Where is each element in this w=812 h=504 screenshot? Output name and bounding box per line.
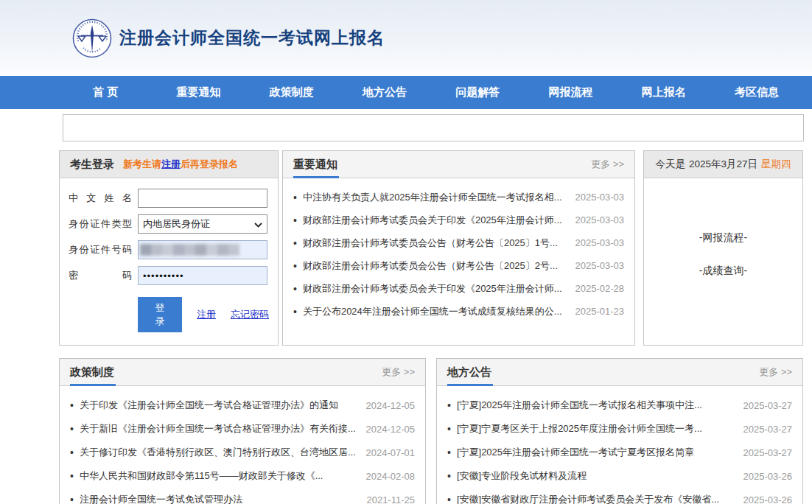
login-form: 中 文 姓 名 身份证件类型 内地居民身份证 身份证件号码 <box>60 178 278 332</box>
announcement-banner-box <box>63 114 804 141</box>
local-date: 2025-03-27 <box>743 400 793 411</box>
bullet-icon: • <box>293 192 297 203</box>
chevron-down-icon <box>254 219 262 230</box>
notice-date: 2025-01-23 <box>575 306 625 317</box>
notices-panel-header: 重要通知 更多 >> <box>283 151 634 178</box>
local-link[interactable]: [安徽]专业阶段免试材料及流程 <box>457 469 736 483</box>
list-item: •中华人民共和国财政部令第115号——财政部关于修改《...2024-02-08 <box>70 464 415 488</box>
list-item: •关于修订印发《香港特别行政区、澳门特别行政区、台湾地区居...2024-07-… <box>70 441 415 464</box>
local-panel-header: 地方公告 更多 >> <box>437 359 802 386</box>
local-date: 2025-03-26 <box>743 494 793 504</box>
login-button[interactable]: 登录 <box>138 297 182 332</box>
local-link[interactable]: [安徽]安徽省财政厅注册会计师考试委员会关于发布《安徽省... <box>457 493 736 504</box>
bullet-icon: • <box>293 237 297 249</box>
password-field[interactable]: •••••••••• <box>138 266 267 285</box>
notice-date: 2025-02-28 <box>575 283 625 294</box>
content: 考生登录 新考生请注册后再登录报名 中 文 姓 名 身份证件类型 内地居民身份证 <box>59 114 803 504</box>
notice-link[interactable]: 中注协有关负责人就2025年注册会计师全国统一考试报名相... <box>303 191 568 204</box>
list-item: •财政部注册会计师考试委员会关于印发《2025年注册会计师...2025-03-… <box>293 209 624 231</box>
important-notices-panel: 重要通知 更多 >> •中注协有关负责人就2025年注册会计师全国统一考试报名相… <box>282 150 635 346</box>
notice-link[interactable]: 财政部注册会计师考试委员会关于印发《2025年注册会计师... <box>303 214 568 227</box>
bullet-icon: • <box>70 447 74 458</box>
id-type-label: 身份证件类型 <box>69 217 132 231</box>
policy-more-link[interactable]: 更多 >> <box>382 365 415 379</box>
policy-link[interactable]: 中华人民共和国财政部令第115号——财政部关于修改《... <box>80 469 359 483</box>
quick-links: -网报流程- -成绩查询- <box>644 178 802 278</box>
policy-date: 2024-12-05 <box>366 424 416 435</box>
bullet-icon: • <box>70 470 74 482</box>
bullet-icon: • <box>293 283 297 295</box>
policy-panel: 政策制度 更多 >> •关于印发《注册会计师全国统一考试合格证管理办法》的通知2… <box>59 358 426 504</box>
list-item: •[宁夏]2025年注册会计师全国统一考试宁夏考区报名简章2025-03-27 <box>447 441 792 464</box>
nav-inner: 首 页 重要通知 政策制度 地方公告 问题解答 网报流程 网上报名 考区信息 <box>59 76 803 109</box>
login-panel-header: 考生登录 新考生请注册后再登录报名 <box>60 151 278 178</box>
new-candidate-note: 新考生请注册后再登录报名 <box>123 158 238 171</box>
local-date: 2025-03-27 <box>743 424 793 435</box>
policy-link[interactable]: 关于新旧《注册会计师全国统一考试合格证管理办法》有关衔接... <box>80 422 359 435</box>
register-link[interactable]: 注册 <box>197 308 216 321</box>
policy-date: 2021-11-25 <box>366 494 415 504</box>
policy-panel-header: 政策制度 更多 >> <box>60 359 425 386</box>
site-title: 注册会计师全国统一考试网上报名 <box>119 27 385 49</box>
nav-item-online-registration[interactable]: 网上报名 <box>617 76 710 109</box>
register-inline-link[interactable]: 注册 <box>161 158 181 169</box>
bullet-icon: • <box>293 260 297 272</box>
nav-item-registration-process[interactable]: 网报流程 <box>524 76 617 109</box>
nav-item-exam-area-info[interactable]: 考区信息 <box>710 76 803 109</box>
nav-item-local-announcements[interactable]: 地方公告 <box>338 76 431 109</box>
policy-link[interactable]: 关于修订印发《香港特别行政区、澳门特别行政区、台湾地区居... <box>80 446 359 459</box>
list-item: •财政部注册会计师考试委员会公告（财考公告〔2025〕1号...2025-03-… <box>293 231 624 254</box>
id-number-field[interactable] <box>138 240 267 259</box>
id-type-select[interactable]: 内地居民身份证 <box>138 214 267 234</box>
name-input[interactable] <box>138 189 267 208</box>
nav-item-policies[interactable]: 政策制度 <box>245 76 338 109</box>
nav-item-important-notices[interactable]: 重要通知 <box>152 76 245 109</box>
list-item: •[宁夏]2025年注册会计师全国统一考试报名相关事项中注...2025-03-… <box>447 393 792 417</box>
policy-title: 政策制度 <box>70 365 114 379</box>
bullet-icon: • <box>447 447 451 458</box>
notice-date: 2025-03-03 <box>575 214 625 225</box>
notice-link[interactable]: 关于公布2024年注册会计师全国统一考试成绩复核结果的公... <box>303 305 568 318</box>
notices-more-link[interactable]: 更多 >> <box>591 158 624 171</box>
notice-date: 2025-03-03 <box>575 192 625 203</box>
registration-process-link[interactable]: -网报流程- <box>644 231 802 245</box>
score-inquiry-link[interactable]: -成绩查询- <box>644 265 802 278</box>
policy-date: 2024-02-08 <box>366 471 416 482</box>
bullet-icon: • <box>447 423 451 435</box>
policy-link[interactable]: 注册会计师全国统一考试免试管理办法 <box>80 493 360 504</box>
notice-link[interactable]: 财政部注册会计师考试委员会关于印发《2025年注册会计师... <box>303 282 568 295</box>
local-more-link[interactable]: 更多 >> <box>759 365 792 379</box>
bullet-icon: • <box>293 214 297 226</box>
local-link[interactable]: [宁夏]2025年注册会计师全国统一考试宁夏考区报名简章 <box>457 446 736 459</box>
notice-link[interactable]: 财政部注册会计师考试委员会公告（财考公告〔2025〕1号... <box>303 237 568 250</box>
local-link[interactable]: [宁夏]2025年注册会计师全国统一考试报名相关事项中注... <box>457 399 736 412</box>
notice-date: 2025-03-03 <box>575 260 625 271</box>
list-item: •关于新旧《注册会计师全国统一考试合格证管理办法》有关衔接...2024-12-… <box>70 417 415 441</box>
id-number-label: 身份证件号码 <box>69 243 132 256</box>
today-prefix: 今天是 <box>655 158 685 171</box>
local-date: 2025-03-26 <box>743 471 793 482</box>
bullet-icon: • <box>447 470 451 482</box>
site-header: 注册会计师全国统一考试网上报名 <box>0 0 812 76</box>
policy-link[interactable]: 关于印发《注册会计师全国统一考试合格证管理办法》的通知 <box>80 399 359 412</box>
notice-date: 2025-03-03 <box>575 237 625 248</box>
today-date: 2025年3月27日 <box>689 158 757 171</box>
forgot-password-link[interactable]: 忘记密码 <box>231 308 269 321</box>
bullet-icon: • <box>70 494 74 504</box>
main-nav: 首 页 重要通知 政策制度 地方公告 问题解答 网报流程 网上报名 考区信息 <box>0 76 812 109</box>
id-type-selected-value: 内地居民身份证 <box>143 217 210 231</box>
local-title: 地方公告 <box>447 365 491 379</box>
policy-list: •关于印发《注册会计师全国统一考试合格证管理办法》的通知2024-12-05 •… <box>60 386 425 504</box>
nav-item-faq[interactable]: 问题解答 <box>431 76 524 109</box>
list-item: •关于公布2024年注册会计师全国统一考试成绩复核结果的公...2025-01-… <box>293 300 624 323</box>
login-title: 考生登录 <box>70 158 114 172</box>
list-item: •[安徽]专业阶段免试材料及流程2025-03-26 <box>447 464 792 488</box>
cicpa-logo-icon <box>72 18 112 58</box>
policy-date: 2024-07-01 <box>366 447 416 458</box>
note-prefix: 新考生请 <box>123 158 161 169</box>
notice-link[interactable]: 财政部注册会计师考试委员会公告（财考公告〔2025〕2号... <box>303 259 568 273</box>
list-item: •关于印发《注册会计师全国统一考试合格证管理办法》的通知2024-12-05 <box>70 393 415 417</box>
nav-item-home[interactable]: 首 页 <box>59 76 152 109</box>
today-panel-header: 今天是 2025年3月27日 星期四 <box>644 151 802 178</box>
local-link[interactable]: [宁夏]宁夏考区关于上报2025年度注册会计师全国统一考... <box>457 422 736 435</box>
